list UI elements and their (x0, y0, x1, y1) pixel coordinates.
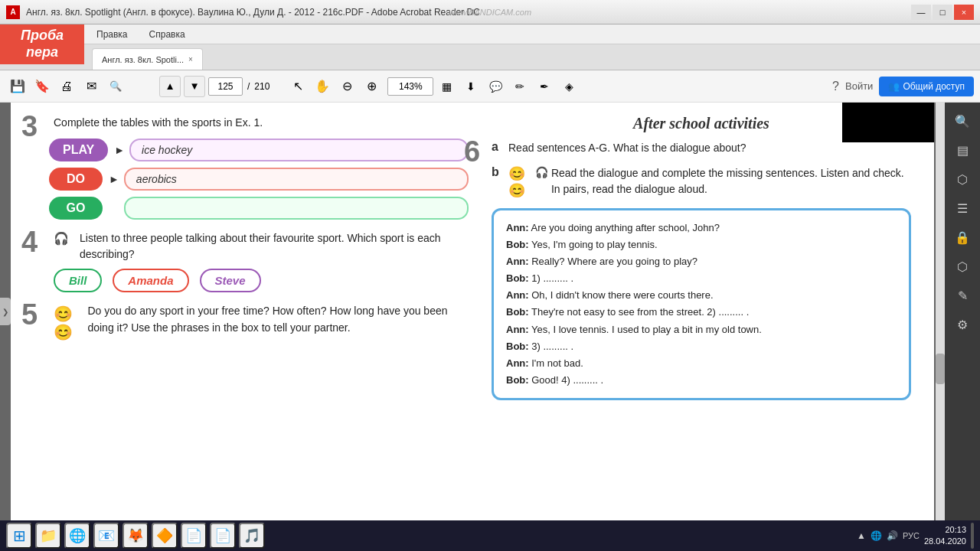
comment-button[interactable]: 💬 (484, 75, 507, 98)
scrollbar-thumb[interactable] (936, 354, 945, 384)
titlebar-left: A Англ. яз. 8кл. Spotlight (Англ. в фоку… (6, 5, 480, 19)
stamp-button[interactable]: ◈ (557, 75, 580, 98)
exercise-6b-text: Read the dialogue and complete the missi… (551, 165, 911, 197)
zoom-level-input[interactable]: 143% (387, 77, 433, 96)
file-explorer-button[interactable]: 📁 (35, 523, 61, 549)
acrobat-button[interactable]: 📄 (210, 523, 236, 549)
exercise-4: 4 🎧 Listen to three people talking about… (49, 230, 469, 292)
taskbar-system-tray: ▲ 🌐 🔊 РУС 20:13 28.04.2020 (857, 523, 974, 549)
emoji-6b: 😊😊 (508, 165, 532, 199)
title-text: Англ. яз. 8кл. Spotlight (Англ. в фокусе… (26, 7, 480, 18)
pen-button[interactable]: ✏ (508, 75, 531, 98)
page-number-input[interactable]: 125 (208, 77, 243, 96)
window-controls: — □ × (911, 5, 974, 20)
sidebar-hex-icon[interactable]: ⬡ (950, 254, 975, 279)
dialogue-line: Bob: 3) ......... . (506, 338, 897, 355)
scrollbar[interactable] (936, 103, 945, 520)
maximize-button[interactable]: □ (933, 5, 952, 20)
date-display: 28.04.2020 (924, 536, 966, 547)
sidebar-menu-icon[interactable]: ☰ (950, 196, 975, 220)
bandicam-watermark: www.BANDICAM.com (449, 8, 531, 17)
zoom-out-button[interactable]: ⊖ (335, 75, 358, 98)
exercise-5: 5 😊😊 Do you do any sport in your free ti… (49, 303, 469, 341)
play-arrow: ► (114, 144, 125, 156)
mail-taskbar-button[interactable]: 📧 (93, 523, 119, 549)
taskbar: ⊞ 📁 🌐 📧 🦊 🔶 📄 📄 🎵 ▲ 🌐 🔊 РУС 20:13 28.04.… (0, 520, 980, 551)
steve-badge: Steve (200, 269, 261, 292)
bookmark-button[interactable]: 🔖 (31, 75, 54, 98)
taskbar-lang[interactable]: РУС (903, 531, 920, 540)
sidebar-search-icon[interactable]: 🔍 (950, 109, 975, 133)
page-navigation: ▲ ▼ 125 / 210 (159, 76, 270, 97)
dialogue-line: Ann: Are you doing anything after school… (506, 220, 897, 236)
pdf-content: 3 Complete the tables with the sports in… (11, 103, 934, 520)
go-row: GO ► (49, 197, 469, 220)
do-badge: DO (49, 168, 103, 191)
taskbar-volume-icon[interactable]: 🔊 (887, 530, 898, 541)
exercise-6b-letter: b (492, 165, 502, 199)
vlc-button[interactable]: 🎵 (239, 523, 265, 549)
menu-spravka[interactable]: Справка (145, 28, 190, 41)
play-sport-field: ice hockey (129, 139, 469, 161)
exercise-4-number: 4 (21, 227, 38, 256)
firefox-button[interactable]: 🦊 (122, 523, 149, 549)
scroll-down-button[interactable]: ⬇ (459, 75, 482, 98)
zoom-in-button[interactable]: ⊕ (360, 75, 383, 98)
left-panel-toggle[interactable]: ❯ (0, 298, 11, 325)
exercise-6: 6 a Read sentences A-G. What is the dial… (492, 140, 911, 400)
emoji-ex5: 😊😊 (54, 305, 77, 341)
time-display: 20:13 (924, 524, 966, 536)
dialogue-line: Ann: I'm not bad. (506, 355, 897, 372)
taskbar-time: 20:13 28.04.2020 (924, 524, 966, 548)
exercise-5-text: Do you do any sport in your free time? H… (87, 303, 469, 336)
start-button[interactable]: ⊞ (6, 523, 32, 549)
share-button[interactable]: 👥 Общий доступ (879, 77, 974, 96)
titlebar: A Англ. яз. 8кл. Spotlight (Англ. в фоку… (0, 0, 980, 24)
pdf-tab[interactable]: Англ. яз. 8кл. Spotli... × (92, 48, 203, 70)
zoom-out-text-button[interactable]: 🔍 (104, 75, 127, 98)
dialogue-line: Bob: Good! 4) ......... . (506, 372, 897, 389)
exercise-6a-letter: a (492, 140, 502, 156)
login-button[interactable]: Войти (845, 80, 873, 92)
dialogue-line: Ann: Really? Where are you going to play… (506, 253, 897, 270)
mail-button[interactable]: ✉ (80, 75, 103, 98)
minimize-button[interactable]: — (911, 5, 931, 20)
do-row: DO ► aerobics (49, 168, 469, 191)
next-page-button[interactable]: ▼ (184, 76, 205, 97)
sidebar-lock-icon[interactable]: 🔒 (950, 225, 975, 249)
taskbar-network-icon[interactable]: 🌐 (871, 530, 882, 541)
pdf-columns: 3 Complete the tables with the sports in… (49, 115, 911, 508)
go-badge: GO (49, 197, 103, 220)
cursor-tool-button[interactable]: ↖ (286, 75, 309, 98)
print-button[interactable]: 🖨 (55, 75, 78, 98)
sidebar-settings-icon[interactable]: ⚙ (950, 312, 975, 337)
show-desktop-button[interactable] (971, 523, 974, 549)
taskbar-up-arrow[interactable]: ▲ (857, 530, 866, 541)
dialogue-line: Bob: 1) ......... . (506, 270, 897, 287)
word-button[interactable]: 📄 (181, 523, 207, 549)
menu-pravka[interactable]: Правка (92, 28, 132, 41)
app-logo: Проба пера (0, 24, 84, 64)
fit-page-button[interactable]: ▦ (435, 75, 458, 98)
sidebar-bookmarks-icon[interactable]: ▤ (950, 138, 975, 162)
hand-tool-button[interactable]: ✋ (311, 75, 334, 98)
help-icon[interactable]: ? (832, 80, 839, 93)
close-button[interactable]: × (954, 5, 974, 20)
pdf-page: 3 Complete the tables with the sports in… (11, 103, 934, 520)
tab-close-icon[interactable]: × (188, 55, 193, 64)
page-separator: / (246, 81, 251, 92)
browser-icon-1[interactable]: 🌐 (64, 523, 90, 549)
exercise-3-text: Complete the tables with the sports in E… (54, 115, 469, 131)
prev-page-button[interactable]: ▲ (159, 76, 181, 97)
toolbar: 💾 🔖 🖨 ✉ 🔍 ▲ ▼ 125 / 210 ↖ ✋ ⊖ ⊕ 143% ▦ ⬇… (0, 70, 980, 103)
dialogue-box: Ann: Are you doing anything after school… (492, 208, 911, 400)
sidebar-edit-icon[interactable]: ✎ (950, 283, 975, 308)
yandex-button[interactable]: 🔶 (152, 523, 178, 549)
highlight-button[interactable]: ✒ (533, 75, 556, 98)
amanda-badge: Amanda (113, 269, 188, 292)
headphone-6b: 🎧 (535, 166, 548, 178)
save-button[interactable]: 💾 (6, 75, 29, 98)
names-row: Bill Amanda Steve (54, 269, 469, 292)
sidebar-pages-icon[interactable]: ⬡ (950, 167, 975, 191)
exercise-6a: a Read sentences A-G. What is the dialog… (492, 140, 911, 156)
